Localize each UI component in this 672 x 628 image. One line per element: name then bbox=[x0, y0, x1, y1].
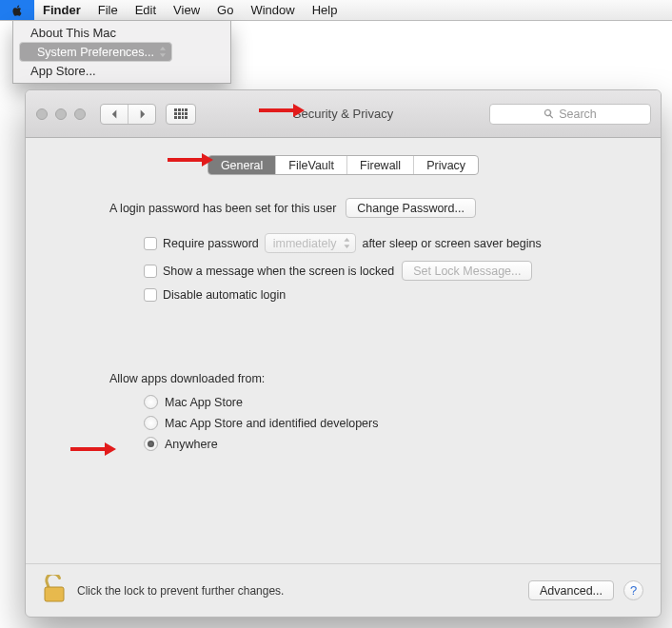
search-icon bbox=[544, 108, 554, 119]
require-password-label: Require password bbox=[163, 237, 259, 250]
traffic-lights bbox=[36, 108, 86, 120]
menubar-item-view[interactable]: View bbox=[165, 0, 208, 20]
radio-label: Anywhere bbox=[165, 438, 218, 451]
require-password-suffix: after sleep or screen saver begins bbox=[362, 237, 541, 250]
radio-anywhere[interactable]: Anywhere bbox=[144, 437, 636, 451]
lock-icon[interactable] bbox=[43, 575, 68, 607]
show-message-row: Show a message when the screen is locked… bbox=[144, 261, 636, 281]
show-message-checkbox[interactable] bbox=[144, 265, 157, 278]
back-button[interactable] bbox=[101, 105, 128, 124]
menubar-item-finder[interactable]: Finder bbox=[34, 0, 89, 20]
show-message-label: Show a message when the screen is locked bbox=[163, 265, 394, 278]
login-password-text: A login password has been set for this u… bbox=[109, 202, 336, 215]
tab-firewall[interactable]: Firewall bbox=[347, 156, 414, 174]
login-password-row: A login password has been set for this u… bbox=[109, 198, 636, 218]
lock-text: Click the lock to prevent further change… bbox=[77, 584, 284, 598]
forward-button[interactable] bbox=[128, 105, 155, 124]
disable-autologin-row: Disable automatic login bbox=[144, 288, 636, 302]
change-password-button[interactable]: Change Password... bbox=[346, 198, 476, 218]
apple-menu-dropdown: About This Mac System Preferences... App… bbox=[12, 21, 231, 84]
nav-segmented bbox=[100, 104, 156, 125]
advanced-button[interactable]: Advanced... bbox=[528, 580, 614, 600]
menu-item-about-this-mac[interactable]: About This Mac bbox=[13, 24, 230, 42]
menubar-item-go[interactable]: Go bbox=[208, 0, 242, 20]
radio-button[interactable] bbox=[144, 416, 158, 430]
allow-apps-label: Allow apps downloaded from: bbox=[109, 372, 636, 385]
radio-button[interactable] bbox=[144, 395, 158, 409]
window-content: General FileVault Firewall Privacy A log… bbox=[26, 138, 661, 617]
security-privacy-window: Security & Privacy Search General FileVa… bbox=[25, 89, 662, 618]
menubar-item-edit[interactable]: Edit bbox=[127, 0, 165, 20]
radio-button[interactable] bbox=[144, 437, 158, 451]
radio-mac-app-store[interactable]: Mac App Store bbox=[144, 395, 636, 409]
help-button[interactable]: ? bbox=[623, 580, 643, 600]
menubar: Finder File Edit View Go Window Help bbox=[0, 0, 672, 21]
grid-icon bbox=[174, 108, 188, 120]
tab-privacy[interactable]: Privacy bbox=[414, 156, 478, 174]
menubar-item-file[interactable]: File bbox=[89, 0, 127, 20]
disable-autologin-label: Disable automatic login bbox=[163, 288, 286, 302]
close-button[interactable] bbox=[36, 108, 48, 120]
menu-item-app-store[interactable]: App Store... bbox=[13, 62, 230, 80]
radio-mac-app-store-identified[interactable]: Mac App Store and identified developers bbox=[144, 416, 636, 430]
apple-menu-button[interactable] bbox=[0, 0, 34, 20]
menubar-item-window[interactable]: Window bbox=[242, 0, 303, 20]
minimize-button[interactable] bbox=[55, 108, 67, 120]
tab-bar: General FileVault Firewall Privacy bbox=[50, 155, 636, 175]
disable-autologin-checkbox[interactable] bbox=[144, 288, 157, 302]
require-password-row: Require password immediately after sleep… bbox=[144, 233, 636, 253]
zoom-button[interactable] bbox=[74, 108, 86, 120]
require-password-checkbox[interactable] bbox=[144, 237, 157, 250]
set-lock-message-button[interactable]: Set Lock Message... bbox=[402, 261, 532, 281]
search-placeholder: Search bbox=[559, 108, 597, 121]
svg-rect-0 bbox=[45, 587, 64, 601]
menubar-item-help[interactable]: Help bbox=[304, 0, 346, 20]
radio-label: Mac App Store and identified developers bbox=[165, 417, 378, 430]
window-toolbar: Security & Privacy Search bbox=[26, 90, 661, 138]
require-password-delay-select[interactable]: immediately bbox=[265, 233, 357, 253]
radio-label: Mac App Store bbox=[165, 396, 243, 409]
show-all-button[interactable] bbox=[166, 104, 196, 125]
tab-filevault[interactable]: FileVault bbox=[276, 156, 347, 174]
search-field[interactable]: Search bbox=[489, 104, 651, 125]
menu-item-system-preferences[interactable]: System Preferences... bbox=[19, 42, 172, 62]
tab-general[interactable]: General bbox=[208, 156, 276, 174]
bottom-bar: Click the lock to prevent further change… bbox=[26, 563, 661, 617]
